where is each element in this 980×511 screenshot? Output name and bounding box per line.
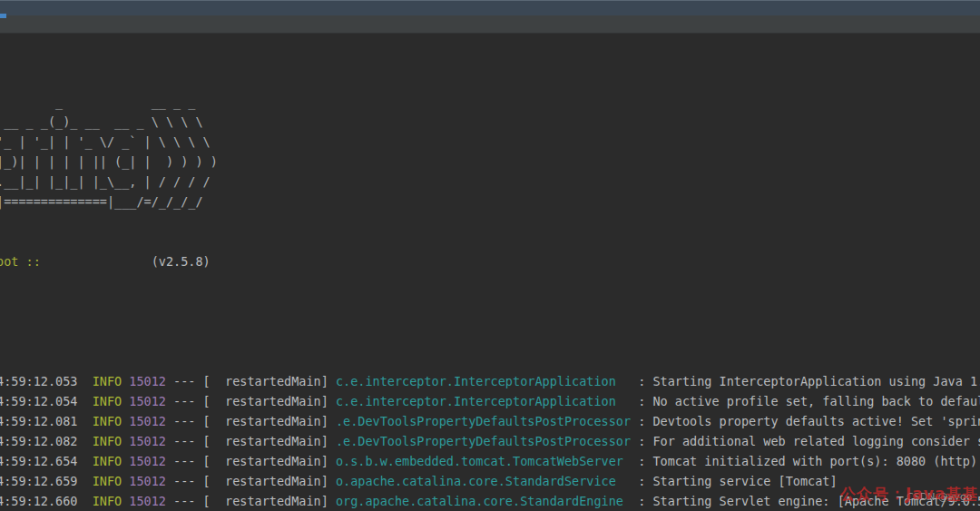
log-separator: ] [321,374,336,388]
log-separator: ] [321,474,336,488]
log-line: 4:59:12.659 INFO 15012 --- [ restartedMa… [0,471,980,491]
banner-art-line: __ _ _(_)_ __ __ _ \ \ \ \ [0,112,980,132]
log-message: No active profile set, falling back to d… [652,394,980,408]
log-line: 4:59:12.660 INFO 15012 --- [ restartedMa… [0,491,980,511]
log-colon: : [631,454,652,468]
log-timestamp: 4:59:12.081 [0,414,93,428]
log-separator: --- [ [166,434,211,448]
log-line: 4:59:12.053 INFO 15012 --- [ restartedMa… [0,371,980,391]
banner-brand: oot :: [0,254,41,269]
log-timestamp: 4:59:12.053 [0,374,93,388]
log-thread: restartedMain [211,494,321,508]
log-message: Starting service [Tomcat] [652,474,837,488]
log-timestamp: 4:59:12.659 [0,474,93,488]
log-level: INFO [93,494,122,508]
log-separator: ] [321,414,336,428]
log-colon: : [631,434,652,448]
log-separator: ] [321,394,336,408]
log-colon: : [631,374,652,388]
log-colon: : [631,474,652,488]
log-pid: 15012 [129,454,166,468]
log-separator: --- [ [166,414,211,428]
log-separator: --- [ [166,454,211,468]
log-thread: restartedMain [211,454,321,468]
banner-art-line: '_ | '_| | '_ \/ _` | \ \ \ \ [0,132,980,152]
log-timestamp: 4:59:12.654 [0,454,93,468]
log-line: 4:59:12.082 INFO 15012 --- [ restartedMa… [0,431,980,451]
log-pid: 15012 [129,374,166,388]
log-line: 4:59:12.081 INFO 15012 --- [ restartedMa… [0,411,980,431]
log-colon: : [631,414,652,428]
log-thread: restartedMain [211,414,321,428]
log-message: Devtools property defaults active! Set '… [652,414,980,428]
log-message: Tomcat initialized with port(s): 8080 (h… [652,454,977,468]
log-thread: restartedMain [211,474,321,488]
log-separator: --- [ [166,374,211,388]
banner-art-line: |_)| | | | | || (_| | ) ) ) ) [0,152,980,172]
log-thread: restartedMain [211,434,321,448]
banner-version-line: oot :: (v2.5.8) [0,251,980,271]
log-colon: : [631,394,652,408]
banner-art-line: .__|_| |_|_| |_\__, | / / / / [0,172,980,192]
log-timestamp: 4:59:12.082 [0,434,93,448]
log-separator: ] [321,454,336,468]
log-level: INFO [93,394,122,408]
log-level: INFO [93,434,122,448]
console-output[interactable]: _ __ _ _ __ _ _(_)_ __ __ _ \ \ \ \'_ | … [0,52,980,511]
log-separator: --- [ [166,394,211,408]
log-pid: 15012 [129,434,166,448]
log-line: 4:59:12.654 INFO 15012 --- [ restartedMa… [0,451,980,471]
banner-version: (v2.5.8) [41,254,211,269]
ide-window: _ __ _ _ __ _ _(_)_ __ __ _ \ \ \ \'_ | … [0,0,980,511]
log-logger: org.apache.catalina.core.StandardEngine [336,494,631,508]
log-line: 4:59:12.054 INFO 15012 --- [ restartedMa… [0,391,980,411]
log-thread: restartedMain [211,394,321,408]
log-pid: 15012 [129,394,166,408]
blank-line [0,311,980,331]
log-separator: ] [321,434,336,448]
log-message: Starting InterceptorApplication using Ja… [652,374,980,388]
log-level: INFO [93,374,122,388]
window-titlebar [0,0,980,15]
log-thread: restartedMain [211,374,321,388]
banner-art-line: _ __ _ _ [0,92,980,112]
log-level: INFO [93,414,122,428]
log-logger: .e.DevToolsPropertyDefaultsPostProcessor [336,414,631,428]
banner-art-line: |==============|___/=/_/_/_/ [0,192,980,211]
log-logger: c.e.interceptor.InterceptorApplication [336,374,631,388]
log-message: For additional web related logging consi… [652,434,980,448]
active-tab-indicator [0,14,6,18]
log-logger: c.e.interceptor.InterceptorApplication [336,394,631,408]
log-logger: o.apache.catalina.core.StandardService [336,474,631,488]
spring-boot-banner: _ __ _ _ __ _ _(_)_ __ __ _ \ \ \ \'_ | … [0,92,980,211]
log-separator: ] [321,494,336,508]
log-pid: 15012 [129,494,166,508]
log-timestamp: 4:59:12.054 [0,394,93,408]
log-timestamp: 4:59:12.660 [0,494,93,508]
log-rows: 4:59:12.053 INFO 15012 --- [ restartedMa… [0,371,980,511]
log-logger: .e.DevToolsPropertyDefaultsPostProcessor [336,434,631,448]
log-level: INFO [93,474,122,488]
watermark-red-text: 公众号：Java基基 [840,484,978,505]
log-colon: : [631,494,652,508]
toolbar-strip [0,15,980,34]
log-separator: --- [ [166,494,211,508]
log-separator: --- [ [166,474,211,488]
log-pid: 15012 [129,474,166,488]
log-level: INFO [93,454,122,468]
log-pid: 15012 [129,414,166,428]
log-logger: o.s.b.w.embedded.tomcat.TomcatWebServer [336,454,631,468]
